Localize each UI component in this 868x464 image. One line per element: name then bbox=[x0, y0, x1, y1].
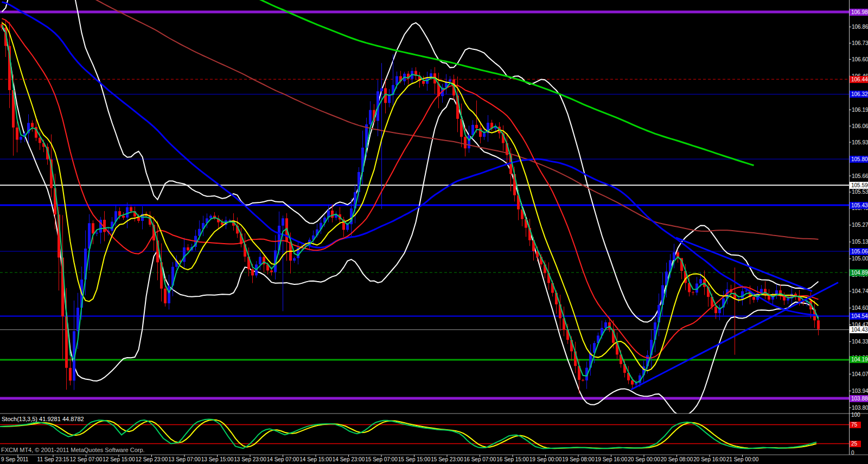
price-tick-label: 106.600 bbox=[852, 56, 868, 63]
price-tick-label: 106.195 bbox=[852, 106, 868, 113]
candle-bull bbox=[183, 247, 186, 262]
candle-bull bbox=[282, 218, 284, 226]
time-axis-label: 14 Sep 23:00 bbox=[333, 456, 365, 462]
time-axis-label: 12 Sep 07:00 bbox=[70, 456, 103, 462]
price-tick-label: 106.730 bbox=[852, 40, 868, 47]
time-axis-label: 19 Sep 00:00 bbox=[529, 456, 562, 462]
price-tick-label: 105.665 bbox=[852, 173, 868, 180]
candle-bull bbox=[699, 279, 702, 283]
candle-bear bbox=[69, 368, 72, 381]
descending-trendline[interactable] bbox=[676, 238, 812, 291]
price-level-badge: 104.890 bbox=[850, 269, 868, 276]
price-chart-canvas[interactable] bbox=[0, 0, 868, 464]
candle-bull bbox=[388, 95, 391, 103]
candle-bear bbox=[714, 307, 717, 313]
price-tick-label: 105.135 bbox=[852, 238, 868, 245]
candle-bear bbox=[270, 270, 273, 272]
price-level-badge: 105.060 bbox=[850, 248, 868, 255]
price-tick-label: 106.860 bbox=[852, 23, 868, 30]
main-plot-area bbox=[0, 0, 849, 416]
time-axis-label: 16 Sep 15:00 bbox=[496, 456, 529, 462]
time-axis-label: 20 Sep 16:00 bbox=[693, 456, 726, 462]
candle-bear bbox=[422, 81, 425, 84]
price-tick-label: 104.740 bbox=[852, 288, 868, 295]
price-tick-label: 105.935 bbox=[852, 139, 868, 146]
candle-bear bbox=[631, 380, 634, 385]
candle-bull bbox=[737, 298, 740, 299]
time-axis-label: 9 Sep 2011 bbox=[1, 456, 28, 462]
candle-bear bbox=[582, 380, 584, 380]
price-tick-label: 105.000 bbox=[852, 255, 868, 262]
price-level-badge: 106.320 bbox=[850, 91, 868, 98]
candle-bull bbox=[126, 207, 129, 218]
time-axis-label: 14 Sep 15:00 bbox=[299, 456, 332, 462]
time-axis-label: 15 Sep 07:00 bbox=[365, 456, 398, 462]
candle-bull bbox=[95, 233, 98, 234]
time-axis-label: 21 Sep 00:00 bbox=[726, 456, 759, 462]
copyright-text: FXCM MT4, © 2001-2011 MetaQuotes Softwar… bbox=[1, 447, 145, 453]
candle-bear bbox=[331, 211, 334, 218]
price-level-badge: 105.430 bbox=[850, 202, 868, 209]
candle-bull bbox=[741, 291, 744, 299]
time-axis-label: 19 Sep 08:00 bbox=[562, 456, 595, 462]
price-tick-label: 104.075 bbox=[852, 371, 868, 378]
candle-bull bbox=[168, 285, 170, 303]
candle-bear bbox=[221, 223, 224, 225]
price-level-badge: 105.590 bbox=[850, 182, 868, 189]
stoch-scale-label: 25 bbox=[850, 441, 861, 447]
candle-bull bbox=[380, 88, 383, 91]
candle-bear bbox=[475, 125, 478, 128]
stochastic-panel bbox=[0, 419, 849, 449]
time-axis-label: 13 Sep 15:00 bbox=[201, 456, 234, 462]
time-axis-label: 19 Sep 16:00 bbox=[595, 456, 628, 462]
candle-bear bbox=[164, 289, 167, 303]
price-tick-label: 105.535 bbox=[852, 188, 868, 195]
time-axis-label: 13 Sep 07:00 bbox=[168, 456, 201, 462]
candle-bull bbox=[468, 135, 470, 148]
candle-bull bbox=[259, 257, 261, 264]
candle-bull bbox=[483, 133, 486, 137]
stoch-indicator-label: Stoch(13,3,5) 41.9281 44.8782 bbox=[2, 416, 84, 422]
time-axis-label: 16 Sep 07:00 bbox=[464, 456, 496, 462]
stoch-scale-label: 75 bbox=[850, 422, 861, 428]
price-tick-label: 103.940 bbox=[852, 387, 868, 395]
candle-bull bbox=[430, 73, 432, 77]
price-level-badge: 106.980 bbox=[850, 9, 868, 16]
candle-bull bbox=[449, 79, 451, 81]
candle-bear bbox=[122, 216, 125, 218]
candle-bear bbox=[187, 247, 189, 251]
candle-bear bbox=[752, 297, 755, 300]
candle-bear bbox=[768, 295, 770, 300]
price-level-badge: 103.880 bbox=[850, 395, 868, 402]
ma-brown-slow-line bbox=[2, 0, 819, 239]
candle-bear bbox=[464, 137, 467, 148]
candle-bear bbox=[16, 128, 18, 140]
candle-bear bbox=[130, 207, 132, 212]
price-tick-label: 104.335 bbox=[852, 338, 868, 345]
time-axis-label: 15 Sep 23:00 bbox=[431, 456, 463, 462]
price-tick-label: 104.605 bbox=[852, 304, 868, 312]
candle-bear bbox=[92, 223, 94, 233]
price-tick-label: 106.065 bbox=[852, 123, 868, 130]
candle-bull bbox=[604, 322, 607, 328]
candle-bear bbox=[118, 211, 121, 215]
ma-teal-fast-line bbox=[2, 25, 819, 383]
candle-bull bbox=[787, 298, 789, 301]
price-level-badge: 106.440 bbox=[850, 76, 868, 83]
time-axis-label: 12 Sep 15:00 bbox=[103, 456, 135, 462]
price-tick-label: 103.805 bbox=[852, 404, 868, 411]
candle-bull bbox=[293, 258, 296, 261]
candle-bull bbox=[673, 252, 675, 260]
price-level-badge: 105.800 bbox=[850, 156, 868, 163]
ma-red-line bbox=[2, 18, 819, 358]
candle-bull bbox=[20, 137, 22, 139]
time-axis-label: 13 Sep 23:00 bbox=[234, 456, 266, 462]
time-axis-label: 20 Sep 08:00 bbox=[661, 456, 693, 462]
price-level-badge: 104.431 bbox=[850, 326, 868, 333]
time-axis-label: 14 Sep 07:00 bbox=[267, 456, 299, 462]
stoch-scale-label: 100 bbox=[850, 412, 860, 418]
price-tick-label: 105.270 bbox=[852, 221, 868, 228]
time-axis-label: 11 Sep 23:15 bbox=[37, 456, 69, 462]
ma-yellow-line bbox=[2, 23, 819, 371]
candle-bear bbox=[31, 123, 34, 127]
